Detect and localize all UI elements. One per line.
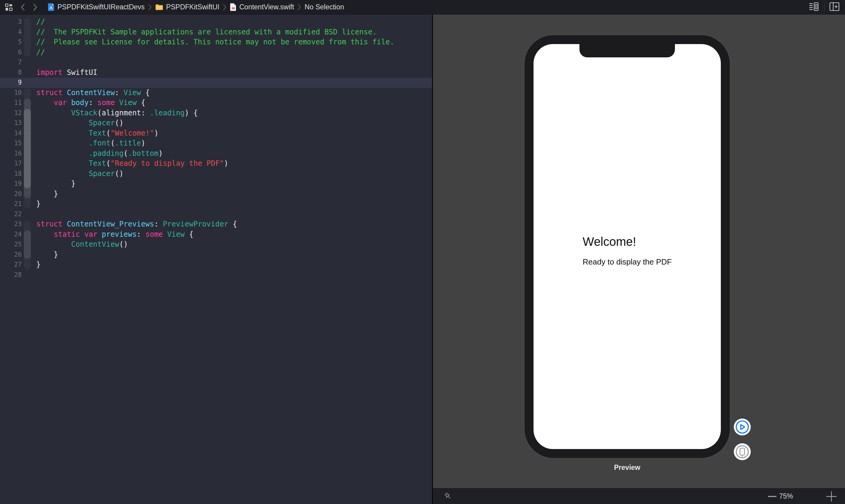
- breadcrumb-group-label: PSPDFKitSwiftUI: [166, 3, 219, 11]
- code-line[interactable]: 26 }: [0, 250, 432, 260]
- code-line[interactable]: 8import SwiftUI: [0, 68, 432, 78]
- code-text: struct ContentView: View {: [22, 88, 150, 98]
- line-number[interactable]: 20: [0, 189, 22, 199]
- toolbar-divider: [824, 3, 825, 12]
- line-number[interactable]: 12: [0, 108, 22, 119]
- live-preview-button[interactable]: [734, 418, 751, 436]
- add-editor-icon[interactable]: [829, 2, 840, 12]
- line-number[interactable]: 5: [0, 37, 22, 48]
- preview-on-device-button[interactable]: [734, 443, 751, 461]
- code-line[interactable]: 23struct ContentView_Previews: PreviewPr…: [0, 219, 432, 230]
- line-number[interactable]: 11: [0, 98, 22, 108]
- code-text: VStack(alignment: .leading) {: [22, 108, 198, 119]
- pushpin-icon: [443, 491, 454, 502]
- line-number[interactable]: 3: [0, 17, 22, 27]
- line-number[interactable]: 17: [0, 159, 22, 169]
- line-number[interactable]: 25: [0, 239, 22, 250]
- iphone-notch: [579, 44, 675, 57]
- code-line[interactable]: 27}: [0, 260, 432, 270]
- code-line[interactable]: 14 Text("Welcome!"): [0, 128, 432, 139]
- code-text: [22, 270, 36, 280]
- line-number[interactable]: 7: [0, 57, 22, 68]
- code-line[interactable]: 22: [0, 209, 432, 219]
- related-items-icon[interactable]: [5, 3, 13, 11]
- line-number[interactable]: 18: [0, 169, 22, 179]
- editor-options-icon[interactable]: [809, 2, 819, 12]
- code-line[interactable]: 10struct ContentView: View {: [0, 88, 432, 98]
- code-line[interactable]: 21}: [0, 199, 432, 209]
- line-number[interactable]: 9: [0, 78, 22, 88]
- zoom-level-label[interactable]: 75%: [779, 492, 793, 500]
- code-line[interactable]: 6//: [0, 48, 432, 58]
- code-text: }: [22, 250, 58, 260]
- code-line[interactable]: 16 .padding(.bottom): [0, 148, 432, 159]
- code-text: [22, 209, 36, 219]
- code-line[interactable]: 28: [0, 270, 432, 280]
- breadcrumb: PSPDFKitSwiftUIReactDevs PSPDFKitSwiftUI…: [48, 3, 344, 11]
- line-number[interactable]: 15: [0, 138, 22, 148]
- line-number[interactable]: 27: [0, 260, 22, 270]
- line-number[interactable]: 21: [0, 199, 22, 209]
- code-editor[interactable]: 3//4// The PSPDFKit Sample applications …: [0, 15, 432, 504]
- code-text: }: [22, 260, 40, 270]
- code-line[interactable]: 4// The PSPDFKit Sample applications are…: [0, 27, 432, 37]
- line-number[interactable]: 14: [0, 128, 22, 139]
- jump-bar: PSPDFKitSwiftUIReactDevs PSPDFKitSwiftUI…: [0, 0, 845, 15]
- line-number[interactable]: 24: [0, 230, 22, 240]
- forward-button[interactable]: [33, 4, 37, 11]
- code-line[interactable]: 12 VStack(alignment: .leading) {: [0, 108, 432, 119]
- back-button[interactable]: [20, 4, 25, 11]
- code-text: // Please see License for details. This …: [22, 37, 394, 48]
- zoom-out-button[interactable]: [768, 495, 777, 498]
- plus-icon: [826, 491, 837, 502]
- breadcrumb-group[interactable]: PSPDFKitSwiftUI: [155, 3, 219, 11]
- breadcrumb-project[interactable]: PSPDFKitSwiftUIReactDevs: [48, 3, 145, 11]
- editor-preview-split-handle[interactable]: [432, 15, 433, 504]
- breadcrumb-selection[interactable]: No Selection: [304, 3, 344, 11]
- pin-preview-button[interactable]: [443, 491, 454, 502]
- preview-bottom-bar: 75%: [433, 488, 845, 504]
- line-number[interactable]: 6: [0, 48, 22, 58]
- breadcrumb-file[interactable]: ContentView.swift: [230, 3, 294, 11]
- code-text: ContentView(): [22, 239, 128, 250]
- code-line[interactable]: 13 Spacer(): [0, 118, 432, 128]
- iphone-preview-screen[interactable]: Welcome! Ready to display the PDF: [533, 44, 721, 449]
- code-text: //: [22, 48, 45, 58]
- code-line[interactable]: 17 Text("Ready to display the PDF"): [0, 159, 432, 169]
- code-text: //: [22, 17, 45, 27]
- line-number[interactable]: 4: [0, 27, 22, 37]
- code-line[interactable]: 11 var body: some View {: [0, 98, 432, 108]
- code-text: Spacer(): [22, 169, 124, 179]
- code-line[interactable]: 3//: [0, 17, 432, 27]
- preview-welcome-subtitle: Ready to display the PDF: [583, 257, 672, 266]
- code-text: Text("Ready to display the PDF"): [22, 159, 228, 169]
- line-number[interactable]: 8: [0, 68, 22, 78]
- code-line[interactable]: 20 }: [0, 189, 432, 199]
- line-number[interactable]: 28: [0, 270, 22, 280]
- code-line[interactable]: 5// Please see License for details. This…: [0, 37, 432, 48]
- line-number[interactable]: 10: [0, 88, 22, 98]
- line-number[interactable]: 23: [0, 219, 22, 230]
- code-text: .font(.title): [22, 138, 145, 148]
- code-line[interactable]: 25 ContentView(): [0, 239, 432, 250]
- code-text: import SwiftUI: [22, 68, 97, 78]
- line-number[interactable]: 16: [0, 148, 22, 159]
- code-text: [22, 78, 36, 88]
- line-number[interactable]: 26: [0, 250, 22, 260]
- iphone-preview-frame: Welcome! Ready to display the PDF: [525, 35, 730, 458]
- code-line[interactable]: 7: [0, 57, 432, 68]
- code-line[interactable]: 9: [0, 78, 432, 88]
- code-line[interactable]: 24 static var previews: some View {: [0, 230, 432, 240]
- line-number[interactable]: 19: [0, 179, 22, 189]
- line-number[interactable]: 13: [0, 118, 22, 128]
- code-line[interactable]: 18 Spacer(): [0, 169, 432, 179]
- line-number[interactable]: 22: [0, 209, 22, 219]
- zoom-in-button[interactable]: [826, 491, 837, 502]
- play-icon: [734, 418, 751, 436]
- breadcrumb-file-label: ContentView.swift: [239, 3, 294, 11]
- code-line[interactable]: 15 .font(.title): [0, 138, 432, 148]
- code-text: var body: some View {: [22, 98, 145, 108]
- swift-file-icon: [230, 3, 236, 11]
- code-line[interactable]: 19 }: [0, 179, 432, 189]
- code-text: Spacer(): [22, 118, 124, 128]
